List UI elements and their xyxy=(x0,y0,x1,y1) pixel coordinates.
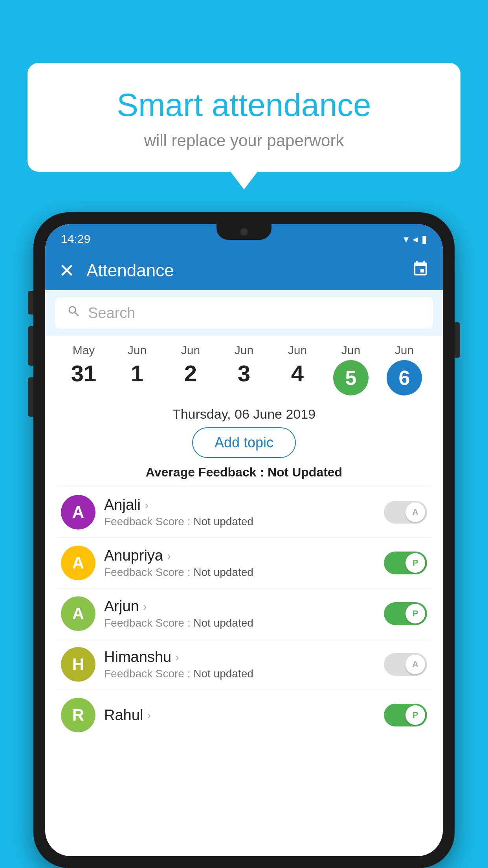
phone-button-left-3 xyxy=(28,377,33,417)
speech-bubble: Smart attendance will replace your paper… xyxy=(28,63,460,172)
phone-screen: 14:29 ▾ ◂ ▮ ✕ Attendance xyxy=(45,224,443,856)
date-selected-green[interactable]: 5 xyxy=(333,360,369,395)
student-feedback: Feedback Score : Not updated xyxy=(104,668,375,680)
student-row[interactable]: H Himanshu › Feedback Score : Not update… xyxy=(57,639,431,690)
date-strip: May 31 Jun 1 Jun 2 Jun 3 xyxy=(45,336,443,399)
search-icon xyxy=(67,304,81,322)
signal-icon: ◂ xyxy=(413,233,418,245)
avatar: A xyxy=(61,495,95,530)
bubble-subtitle: will replace your paperwork xyxy=(59,131,429,150)
avg-feedback-value: Not Updated xyxy=(268,465,342,479)
chevron-right-icon: › xyxy=(147,708,151,722)
toggle-knob: P xyxy=(405,553,425,573)
phone-button-left-2 xyxy=(28,326,33,366)
avatar: R xyxy=(61,698,95,732)
date-col-jun5[interactable]: Jun 5 xyxy=(324,344,378,395)
avg-feedback: Average Feedback : Not Updated xyxy=(57,465,431,480)
status-icons: ▾ ◂ ▮ xyxy=(404,233,427,245)
student-name: Rahul › xyxy=(104,707,375,724)
chevron-right-icon: › xyxy=(175,651,179,664)
date-col-jun6[interactable]: Jun 6 xyxy=(378,344,431,395)
chevron-right-icon: › xyxy=(145,498,149,512)
student-feedback: Feedback Score : Not updated xyxy=(104,617,375,629)
student-row[interactable]: R Rahul › P xyxy=(57,690,431,732)
date-selected-blue[interactable]: 6 xyxy=(387,360,422,395)
phone-button-right xyxy=(455,322,460,358)
chevron-right-icon: › xyxy=(167,549,171,563)
student-info: Anupriya › Feedback Score : Not updated xyxy=(104,547,375,579)
student-name: Anupriya › xyxy=(104,547,375,564)
date-col-jun2[interactable]: Jun 2 xyxy=(164,344,217,386)
wifi-icon: ▾ xyxy=(404,233,409,245)
phone-button-left-1 xyxy=(28,291,33,314)
date-col-may31[interactable]: May 31 xyxy=(57,344,110,386)
phone-frame: 14:29 ▾ ◂ ▮ ✕ Attendance xyxy=(33,212,455,868)
attendance-toggle[interactable]: A xyxy=(384,653,427,676)
student-feedback: Feedback Score : Not updated xyxy=(104,566,375,579)
attendance-toggle[interactable]: P xyxy=(384,704,427,726)
date-col-jun1[interactable]: Jun 1 xyxy=(110,344,164,386)
student-info: Rahul › xyxy=(104,707,375,724)
avatar: H xyxy=(61,647,95,682)
status-time: 14:29 xyxy=(61,232,90,246)
app-bar: ✕ Attendance xyxy=(45,251,443,290)
student-name: Himanshu › xyxy=(104,649,375,666)
toggle-knob: A xyxy=(405,655,425,674)
toggle-knob: A xyxy=(405,502,425,522)
toggle-knob: P xyxy=(405,604,425,623)
chevron-right-icon: › xyxy=(143,600,147,613)
student-info: Himanshu › Feedback Score : Not updated xyxy=(104,649,375,680)
search-bar[interactable]: Search xyxy=(55,297,433,329)
student-info: Anjali › Feedback Score : Not updated xyxy=(104,497,375,528)
close-button[interactable]: ✕ xyxy=(59,259,75,281)
student-name: Anjali › xyxy=(104,497,375,513)
speech-bubble-container: Smart attendance will replace your paper… xyxy=(28,63,460,172)
attendance-toggle[interactable]: P xyxy=(384,552,427,574)
app-bar-title: Attendance xyxy=(86,261,400,280)
phone-camera xyxy=(239,227,249,237)
search-placeholder: Search xyxy=(88,305,135,322)
avatar: A xyxy=(61,596,95,631)
add-topic-button[interactable]: Add topic xyxy=(192,427,296,458)
search-container: Search xyxy=(45,290,443,336)
attendance-toggle[interactable]: A xyxy=(384,501,427,524)
bubble-title: Smart attendance xyxy=(59,86,429,123)
content-area: Thursday, 06 June 2019 Add topic Average… xyxy=(45,399,443,732)
date-col-jun3[interactable]: Jun 3 xyxy=(217,344,271,386)
student-name: Arjun › xyxy=(104,598,375,615)
student-row[interactable]: A Anupriya › Feedback Score : Not update… xyxy=(57,538,431,588)
selected-date-label: Thursday, 06 June 2019 xyxy=(57,399,431,427)
toggle-knob: P xyxy=(405,705,425,725)
student-info: Arjun › Feedback Score : Not updated xyxy=(104,598,375,629)
student-row[interactable]: A Anjali › Feedback Score : Not updated … xyxy=(57,487,431,538)
battery-icon: ▮ xyxy=(422,233,427,245)
attendance-toggle[interactable]: P xyxy=(384,602,427,625)
student-list: A Anjali › Feedback Score : Not updated … xyxy=(57,487,431,732)
student-row[interactable]: A Arjun › Feedback Score : Not updated P xyxy=(57,588,431,639)
avg-feedback-label: Average Feedback : xyxy=(146,465,268,479)
student-feedback: Feedback Score : Not updated xyxy=(104,515,375,528)
calendar-icon[interactable] xyxy=(412,260,429,281)
date-col-jun4[interactable]: Jun 4 xyxy=(271,344,324,386)
avatar: A xyxy=(61,546,95,580)
